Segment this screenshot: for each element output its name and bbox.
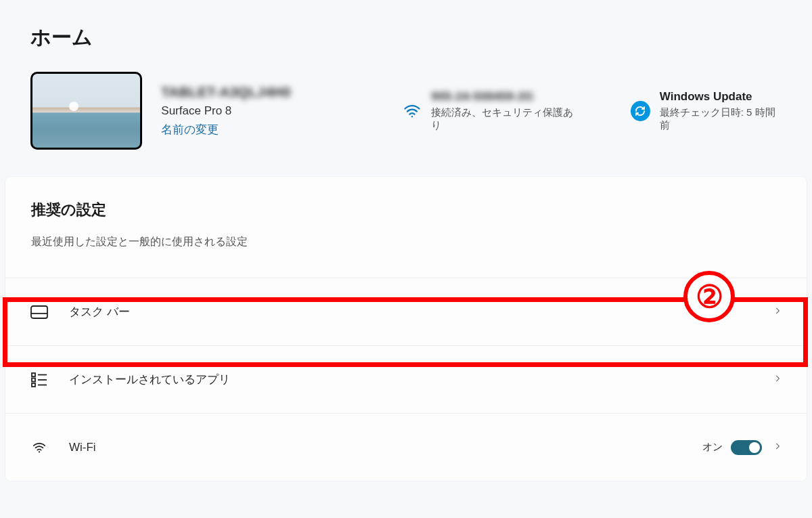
svg-point-0 bbox=[411, 116, 413, 117]
wifi-ssid: 905-24-508459-2G bbox=[431, 90, 579, 104]
device-header: TABLET-A3QLJ4H0 Surface Pro 8 名前の変更 905-… bbox=[0, 51, 812, 177]
rename-link[interactable]: 名前の変更 bbox=[161, 122, 219, 137]
svg-rect-3 bbox=[32, 373, 35, 376]
row-label: Wi-Fi bbox=[69, 441, 702, 454]
chevron-right-icon bbox=[773, 306, 782, 318]
chevron-right-icon bbox=[773, 441, 782, 454]
device-info: TABLET-A3QLJ4H0 Surface Pro 8 名前の変更 bbox=[161, 85, 337, 137]
svg-rect-1 bbox=[31, 306, 47, 318]
svg-rect-7 bbox=[32, 383, 35, 387]
recommended-subtitle: 最近使用した設定と一般的に使用される設定 bbox=[31, 235, 781, 249]
recommended-title: 推奨の設定 bbox=[31, 200, 781, 220]
row-label: インストールされているアプリ bbox=[69, 372, 762, 387]
svg-point-9 bbox=[39, 451, 40, 452]
recommended-card: 推奨の設定 最近使用した設定と一般的に使用される設定 タスク バー インストール… bbox=[5, 177, 807, 481]
chevron-right-icon bbox=[773, 374, 782, 386]
wifi-icon bbox=[402, 101, 422, 121]
apps-icon bbox=[30, 370, 49, 389]
wifi-status-card[interactable]: 905-24-508459-2G 接続済み、セキュリティ保護あり bbox=[402, 90, 579, 132]
annotation-badge: ② bbox=[683, 271, 735, 322]
wifi-toggle[interactable] bbox=[731, 440, 762, 455]
row-wifi[interactable]: Wi-Fi オン bbox=[5, 413, 807, 481]
row-installed-apps[interactable]: インストールされているアプリ bbox=[5, 345, 807, 413]
page-title: ホーム bbox=[0, 0, 812, 51]
device-model: Surface Pro 8 bbox=[161, 104, 337, 118]
wifi-state-text: オン bbox=[702, 441, 723, 454]
taskbar-icon bbox=[30, 303, 49, 322]
svg-rect-5 bbox=[32, 378, 35, 381]
update-status: 最終チェック日時: 5 時間前 bbox=[660, 106, 782, 132]
device-name: TABLET-A3QLJ4H0 bbox=[161, 85, 337, 100]
update-icon bbox=[631, 101, 650, 121]
row-label: タスク バー bbox=[69, 304, 762, 320]
update-title: Windows Update bbox=[660, 90, 782, 104]
wifi-icon bbox=[30, 438, 49, 457]
wifi-status: 接続済み、セキュリティ保護あり bbox=[431, 106, 579, 132]
windows-update-card[interactable]: Windows Update 最終チェック日時: 5 時間前 bbox=[631, 90, 782, 132]
device-wallpaper-thumbnail[interactable] bbox=[30, 72, 142, 150]
